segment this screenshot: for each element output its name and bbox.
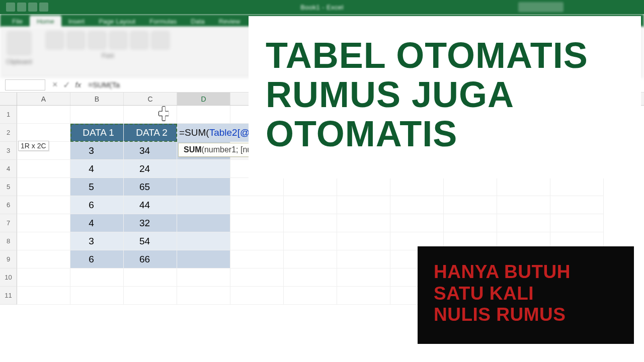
tab-data[interactable]: Data [184,16,211,27]
row-header[interactable]: 2 [0,124,17,142]
table-cell[interactable]: 3 [70,232,124,250]
tab-home[interactable]: Home [30,16,61,27]
cell[interactable] [337,287,390,305]
table-cell[interactable] [177,250,230,268]
cell[interactable] [17,287,70,305]
fx-icon[interactable]: fx [75,80,82,89]
cell[interactable] [337,196,390,214]
table-cell[interactable]: 34 [124,142,177,160]
tab-file[interactable]: File [5,16,30,27]
cell[interactable] [284,287,337,305]
col-header-selected[interactable]: D [177,93,230,105]
cell[interactable] [284,214,337,232]
bold-button[interactable] [67,31,85,49]
row-header[interactable]: 6 [0,196,17,214]
cell[interactable] [337,250,390,268]
cell[interactable] [230,214,284,232]
cell[interactable] [17,196,70,214]
table-cell-formula[interactable] [177,142,230,160]
col-header[interactable]: A [17,93,70,105]
table-cell[interactable]: 6 [70,196,124,214]
cell[interactable] [70,106,124,124]
row-header[interactable]: 10 [0,268,17,287]
name-box[interactable] [5,79,45,90]
row-header[interactable]: 1 [0,106,17,124]
table-cell[interactable]: 4 [70,160,124,178]
cell[interactable] [230,287,284,305]
cell[interactable] [70,268,124,287]
cell[interactable] [390,196,444,214]
cell[interactable] [337,232,390,250]
cell[interactable] [284,178,337,196]
table-cell[interactable] [177,232,230,250]
cell[interactable] [230,250,284,268]
tab-page-layout[interactable]: Page Layout [92,16,142,27]
cell[interactable] [124,106,177,124]
table-cell[interactable]: 4 [70,214,124,232]
cell[interactable] [284,196,337,214]
table-cell[interactable]: 24 [124,160,177,178]
row-header[interactable]: 9 [0,250,17,268]
row-header[interactable]: 3 [0,142,17,160]
table-header-cell[interactable]: DATA 2 [124,124,177,142]
table-cell[interactable] [177,196,230,214]
cell[interactable] [17,106,70,124]
cell[interactable] [284,268,337,287]
cell[interactable] [17,124,70,142]
row-header[interactable]: 8 [0,232,17,250]
row-header[interactable]: 11 [0,287,17,305]
fill-color-button[interactable] [151,31,170,49]
cell[interactable] [230,196,284,214]
cell[interactable] [17,160,70,178]
underline-button[interactable] [109,31,127,49]
cell[interactable] [390,214,444,232]
cell[interactable] [17,250,70,268]
paste-icon[interactable] [7,31,31,55]
cell[interactable] [17,232,70,250]
cell[interactable] [337,178,390,196]
cell[interactable] [444,178,497,196]
italic-button[interactable] [88,31,106,49]
cell[interactable] [124,268,177,287]
table-cell[interactable]: 5 [70,178,124,196]
cell[interactable] [70,287,124,305]
font-button[interactable] [46,31,64,49]
table-cell[interactable] [177,160,230,178]
cell[interactable] [444,214,497,232]
accept-icon[interactable]: ✓ [63,79,70,90]
row-header[interactable]: 5 [0,178,17,196]
cancel-icon[interactable]: × [52,79,58,90]
table-cell[interactable]: 44 [124,196,177,214]
table-cell[interactable]: 6 [70,250,124,268]
table-cell[interactable]: 32 [124,214,177,232]
table-cell[interactable]: 66 [124,250,177,268]
table-header-cell[interactable]: DATA 1 [70,124,124,142]
cell[interactable] [497,196,550,214]
cell[interactable] [337,214,390,232]
table-header-cell[interactable]: JUMLAH [177,124,230,142]
cell[interactable] [230,232,284,250]
cell[interactable] [337,268,390,287]
row-header[interactable]: 4 [0,160,17,178]
cell[interactable] [177,106,230,124]
tab-insert[interactable]: Insert [61,16,92,27]
cell[interactable] [230,268,284,287]
row-header[interactable]: 7 [0,214,17,232]
table-cell[interactable]: 54 [124,232,177,250]
cell[interactable] [497,214,550,232]
border-button[interactable] [130,31,148,49]
cell[interactable] [497,178,550,196]
cell[interactable] [17,178,70,196]
cell[interactable] [284,250,337,268]
cell[interactable] [444,196,497,214]
cell[interactable] [17,142,70,160]
col-header[interactable]: B [70,93,124,105]
cell[interactable] [124,287,177,305]
cell[interactable] [550,214,604,232]
cell[interactable] [17,214,70,232]
cell[interactable] [230,178,284,196]
table-cell[interactable]: 3 [70,142,124,160]
cell[interactable] [17,268,70,287]
cell[interactable] [177,287,230,305]
cell[interactable] [390,178,444,196]
